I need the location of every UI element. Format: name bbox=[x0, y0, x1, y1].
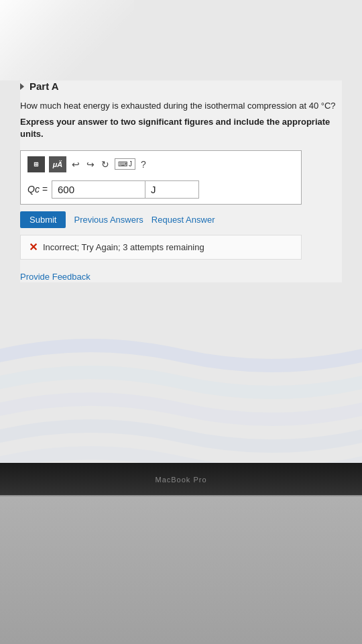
button-row: Submit Previous Answers Request Answer bbox=[20, 211, 342, 228]
part-title: Part A bbox=[29, 80, 59, 92]
collapse-icon[interactable] bbox=[20, 83, 24, 90]
answer-input[interactable] bbox=[52, 180, 145, 199]
unit-input[interactable] bbox=[145, 180, 199, 199]
grid-icon-btn[interactable]: ⊞ bbox=[27, 156, 45, 172]
undo-btn[interactable]: ↩ bbox=[70, 158, 81, 171]
keyboard-icon: ⌨ bbox=[118, 160, 127, 168]
question-line2: Express your answer to two significant f… bbox=[20, 116, 342, 140]
answer-box: ⊞ μÄ ↩ ↪ ↻ ⌨ J ? Qc = bbox=[20, 150, 302, 205]
part-header: Part A bbox=[20, 80, 342, 92]
help-btn[interactable]: ? bbox=[139, 158, 147, 171]
keyboard-j-btn[interactable]: ⌨ J bbox=[115, 158, 135, 170]
j-label: J bbox=[129, 160, 132, 168]
redo-btn[interactable]: ↪ bbox=[85, 158, 96, 171]
keyboard-area: 🔍 Search SecuritySearch ☆ ● $ % 5 ^ 6 & … bbox=[0, 496, 362, 644]
refresh-btn[interactable]: ↻ bbox=[100, 158, 111, 171]
feedback-text: Incorrect; Try Again; 3 attempts remaini… bbox=[43, 242, 204, 252]
screen-dark-bar: MacBook Pro bbox=[0, 463, 362, 496]
request-answer-link[interactable]: Request Answer bbox=[152, 215, 215, 225]
screen-reflection bbox=[0, 0, 134, 80]
submit-button[interactable]: Submit bbox=[20, 211, 66, 228]
previous-answers-link[interactable]: Previous Answers bbox=[74, 215, 143, 225]
laptop-model-text: MacBook Pro bbox=[155, 476, 206, 484]
feedback-box: ✕ Incorrect; Try Again; 3 attempts remai… bbox=[20, 235, 302, 260]
toolbar: ⊞ μÄ ↩ ↪ ↻ ⌨ J ? bbox=[27, 156, 294, 175]
input-row: Qc = bbox=[27, 180, 294, 199]
provide-feedback-link[interactable]: Provide Feedback bbox=[20, 272, 90, 282]
answer-label: Qc = bbox=[27, 184, 48, 195]
incorrect-icon: ✕ bbox=[29, 241, 38, 254]
mu-icon-btn[interactable]: μÄ bbox=[49, 156, 66, 172]
main-content: Part A How much heat energy is exhausted… bbox=[20, 80, 342, 282]
question-line1: How much heat energy is exhausted during… bbox=[20, 100, 342, 112]
laptop-screen: Part A How much heat energy is exhausted… bbox=[0, 0, 362, 496]
